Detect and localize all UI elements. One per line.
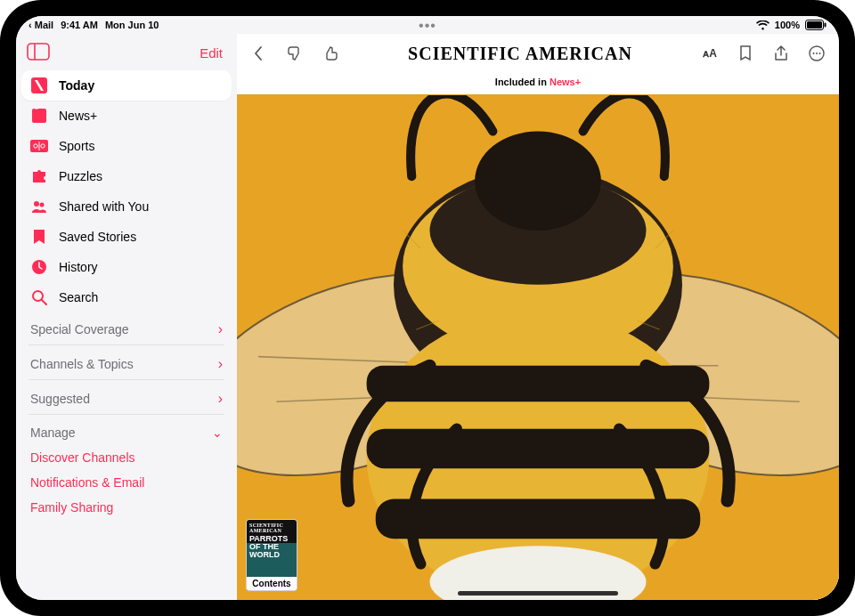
chevron-right-icon: › <box>218 391 223 407</box>
svg-rect-30 <box>376 499 701 539</box>
svg-point-20 <box>819 53 821 54</box>
bookmark-icon <box>30 228 48 246</box>
ipad-frame: ••• ‹ Mail 9:41 AM Mon Jun 10 100% <box>0 0 855 616</box>
svg-rect-7 <box>35 108 38 109</box>
issue-thumbnail[interactable]: SCIENTIFIC AMERICAN PARROTS OF THE WORLD… <box>246 519 297 591</box>
search-icon <box>30 288 48 306</box>
cover-publication: SCIENTIFIC AMERICAN <box>249 523 294 533</box>
battery-percent: 100% <box>775 20 800 30</box>
sidebar-toggle-icon[interactable] <box>27 43 50 63</box>
sports-icon <box>30 137 48 155</box>
text-size-button[interactable]: ᴀA <box>698 42 721 65</box>
multitask-dots-icon[interactable]: ••• <box>419 18 436 34</box>
sidebar: Edit Today News+ <box>16 34 237 600</box>
included-prefix: Included in <box>495 77 550 87</box>
sidebar-item-newsplus[interactable]: News+ <box>21 101 232 131</box>
sidebar-item-label: Search <box>59 290 98 304</box>
status-back-app[interactable]: ‹ Mail <box>28 20 53 30</box>
svg-point-19 <box>816 53 818 54</box>
group-label: Manage <box>30 426 76 440</box>
svg-rect-1 <box>807 21 822 28</box>
sidebar-item-saved[interactable]: Saved Stories <box>21 222 232 252</box>
sidebar-item-shared[interactable]: Shared with You <box>21 191 232 222</box>
contents-button[interactable]: Contents <box>247 577 297 590</box>
edit-button[interactable]: Edit <box>200 45 223 61</box>
more-button[interactable] <box>805 42 828 65</box>
status-date: Mon Jun 10 <box>105 20 159 30</box>
publication-title: SCIENTIFIC AMERICAN <box>408 44 632 64</box>
cover-headline: PARROTS OF THE WORLD <box>249 535 294 559</box>
group-label: Channels & Topics <box>30 357 134 371</box>
chevron-right-icon: › <box>218 356 223 372</box>
divider <box>28 414 224 415</box>
article-hero-image[interactable]: SCIENTIFIC AMERICAN PARROTS OF THE WORLD… <box>237 94 839 600</box>
sidebar-group-manage[interactable]: Manage ⌄ <box>21 417 232 445</box>
status-time: 9:41 AM <box>61 20 98 30</box>
svg-rect-29 <box>367 429 710 469</box>
divider <box>28 379 224 380</box>
news-icon <box>30 77 48 94</box>
svg-point-12 <box>34 201 39 207</box>
sidebar-item-puzzles[interactable]: Puzzles <box>21 161 232 191</box>
puzzle-icon <box>30 167 48 185</box>
sidebar-item-today[interactable]: Today <box>21 70 232 101</box>
manage-notifications[interactable]: Notifications & Email <box>21 470 232 495</box>
sidebar-item-label: History <box>59 260 98 274</box>
svg-point-18 <box>813 53 815 54</box>
screen: ••• ‹ Mail 9:41 AM Mon Jun 10 100% <box>16 16 839 600</box>
sidebar-item-label: Puzzles <box>59 169 102 183</box>
battery-icon <box>805 20 826 30</box>
save-button[interactable] <box>734 42 757 65</box>
like-button[interactable] <box>319 42 342 65</box>
manage-family-sharing[interactable]: Family Sharing <box>21 495 232 520</box>
chevron-down-icon: ⌄ <box>212 426 223 440</box>
article-toolbar: SCIENTIFIC AMERICAN ᴀA <box>237 34 839 73</box>
svg-point-26 <box>475 132 601 231</box>
history-icon <box>30 258 48 276</box>
share-button[interactable] <box>770 42 793 65</box>
sidebar-group-special[interactable]: Special Coverage › <box>21 312 232 343</box>
issue-cover: SCIENTIFIC AMERICAN PARROTS OF THE WORLD <box>247 520 297 577</box>
sidebar-group-suggested[interactable]: Suggested › <box>21 382 232 412</box>
sidebar-item-history[interactable]: History <box>21 252 232 282</box>
manage-discover[interactable]: Discover Channels <box>21 445 232 470</box>
included-line: Included in News+ <box>237 73 839 94</box>
svg-rect-2 <box>825 23 826 28</box>
home-indicator[interactable] <box>458 591 618 596</box>
article-view: SCIENTIFIC AMERICAN ᴀA <box>237 34 839 600</box>
svg-line-16 <box>42 300 46 304</box>
divider <box>28 344 224 345</box>
chevron-right-icon: › <box>218 321 223 337</box>
sidebar-item-label: Shared with You <box>59 199 149 214</box>
sidebar-item-label: Saved Stories <box>59 230 136 244</box>
shared-icon <box>30 198 48 215</box>
newsplus-brand: News+ <box>550 77 581 87</box>
sidebar-item-label: News+ <box>59 109 97 123</box>
svg-point-13 <box>40 203 45 207</box>
sidebar-group-channels[interactable]: Channels & Topics › <box>21 347 232 377</box>
sidebar-item-sports[interactable]: Sports <box>21 131 232 161</box>
sidebar-item-label: Today <box>59 78 94 93</box>
group-label: Suggested <box>30 392 90 406</box>
newsplus-icon <box>30 107 48 125</box>
svg-rect-3 <box>28 44 49 60</box>
wifi-icon <box>756 20 770 30</box>
sidebar-item-search[interactable]: Search <box>21 282 232 312</box>
group-label: Special Coverage <box>30 322 129 336</box>
svg-rect-6 <box>32 109 46 123</box>
bee-illustration <box>237 95 839 600</box>
sidebar-item-label: Sports <box>59 139 94 153</box>
back-button[interactable] <box>248 42 271 65</box>
dislike-button[interactable] <box>283 42 306 65</box>
